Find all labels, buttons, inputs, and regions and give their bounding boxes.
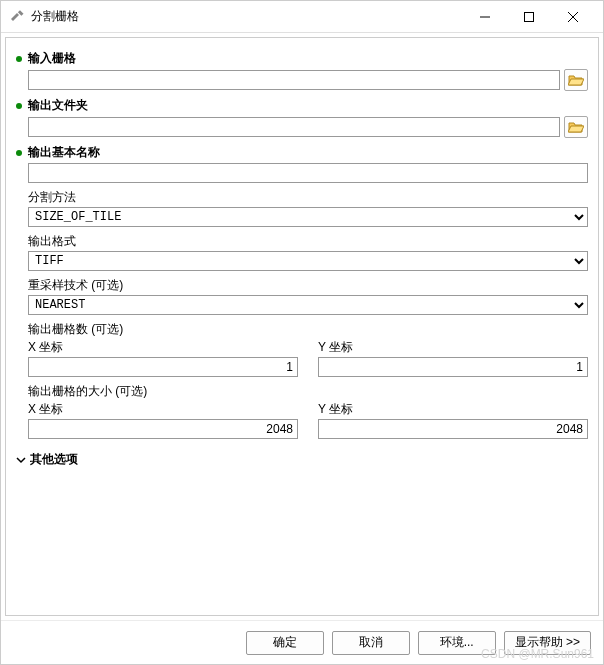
tile-size-label: 输出栅格的大小 (可选) [16,383,588,400]
output-basename-label: 输出基本名称 [16,144,588,161]
other-options-expander[interactable]: 其他选项 [16,451,588,468]
resample-select[interactable]: NEAREST [28,295,588,315]
window-controls [463,2,595,32]
chevron-down-icon [16,455,26,465]
label-text: 输出基本名称 [28,144,100,161]
resample-label: 重采样技术 (可选) [16,277,588,294]
required-dot-icon [16,56,22,62]
environments-button[interactable]: 环境... [418,631,496,655]
y-coord-label-2: Y 坐标 [318,401,588,418]
x-coord-label-2: X 坐标 [28,401,298,418]
output-format-select[interactable]: TIFF [28,251,588,271]
minimize-button[interactable] [463,2,507,32]
button-bar: 确定 取消 环境... 显示帮助 >> [1,620,603,664]
maximize-button[interactable] [507,2,551,32]
split-method-select[interactable]: SIZE_OF_TILE [28,207,588,227]
y-coord-label: Y 坐标 [318,339,588,356]
dialog-window: 分割栅格 输入栅格 输出文件夹 [0,0,604,665]
input-raster-field[interactable] [28,70,560,90]
svg-rect-2 [525,12,534,21]
folder-open-icon [568,120,584,134]
expander-label: 其他选项 [30,451,78,468]
browse-output-folder-button[interactable] [564,116,588,138]
label-text: 输入栅格 [28,50,76,67]
required-dot-icon [16,103,22,109]
titlebar: 分割栅格 [1,1,603,33]
input-raster-label: 输入栅格 [16,50,588,67]
parameters-panel: 输入栅格 输出文件夹 输出基本名称 分割方法 SIZE_OF_TIL [5,37,599,616]
folder-open-icon [568,73,584,87]
label-text: 输出文件夹 [28,97,88,114]
close-button[interactable] [551,2,595,32]
output-folder-label: 输出文件夹 [16,97,588,114]
split-method-label: 分割方法 [16,189,588,206]
tiles-x-field[interactable] [28,357,298,377]
required-dot-icon [16,150,22,156]
tiles-count-label: 输出栅格数 (可选) [16,321,588,338]
ok-button[interactable]: 确定 [246,631,324,655]
size-x-field[interactable] [28,419,298,439]
output-basename-field[interactable] [28,163,588,183]
cancel-button[interactable]: 取消 [332,631,410,655]
window-title: 分割栅格 [31,8,463,25]
output-folder-field[interactable] [28,117,560,137]
browse-input-raster-button[interactable] [564,69,588,91]
tiles-y-field[interactable] [318,357,588,377]
output-format-label: 输出格式 [16,233,588,250]
show-help-button[interactable]: 显示帮助 >> [504,631,591,655]
hammer-icon [9,9,25,25]
size-y-field[interactable] [318,419,588,439]
x-coord-label: X 坐标 [28,339,298,356]
